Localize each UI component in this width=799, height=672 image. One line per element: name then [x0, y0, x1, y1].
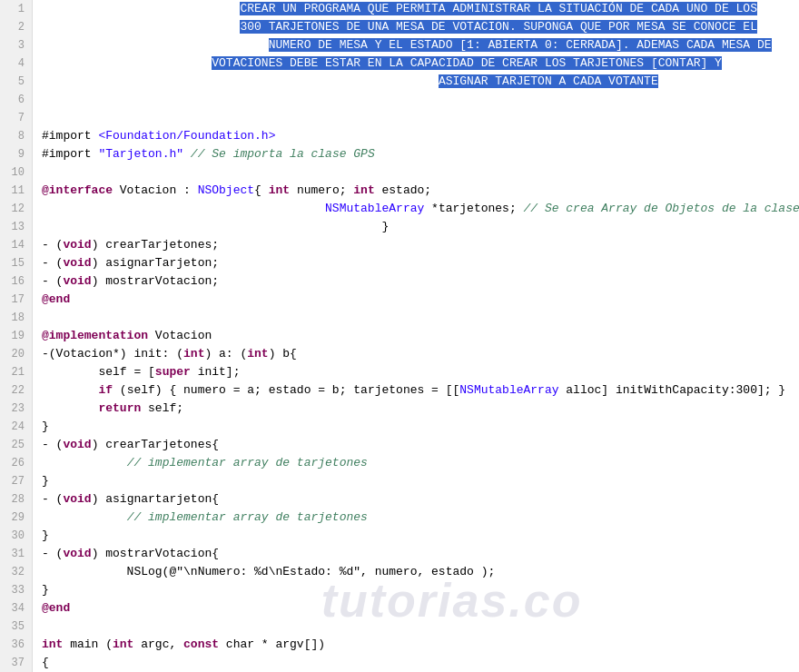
code-line: 300 TARJETONES DE UNA MESA DE VOTACION. …: [42, 18, 799, 36]
line-number: 17: [7, 291, 25, 309]
code-token: alloc] initWithCapacity:300]; }: [559, 383, 786, 397]
code-token: @end: [42, 292, 70, 306]
selected-code-text: ASIGNAR TARJETON A CADA VOTANTE: [439, 74, 658, 88]
line-number: 4: [7, 54, 25, 73]
code-token: void: [63, 547, 91, 560]
code-token: if: [98, 383, 113, 397]
line-number: 22: [7, 381, 25, 400]
code-line: - (void) crearTarjetones{: [42, 436, 799, 454]
code-token: void: [63, 438, 91, 451]
code-line: #import "Tarjeton.h" // Se importa la cl…: [42, 145, 799, 163]
code-token: [42, 456, 127, 469]
code-line: [42, 618, 799, 636]
line-number: 34: [7, 599, 25, 618]
line-number: 7: [7, 109, 25, 127]
code-token: Votacion: [148, 329, 212, 342]
code-token: init];: [191, 365, 241, 379]
line-number: 11: [7, 182, 25, 200]
code-token: [42, 510, 127, 524]
code-token: }: [42, 474, 49, 488]
code-token: "Tarjeton.h": [98, 147, 183, 161]
code-token: }: [42, 220, 389, 233]
code-line: - (void) asignarTarjeton;: [42, 254, 799, 272]
code-line: ASIGNAR TARJETON A CADA VOTANTE: [42, 73, 799, 91]
code-token: // Se importa la clase GPS: [191, 147, 375, 161]
line-number: 28: [7, 490, 25, 509]
line-number: 18: [7, 309, 25, 327]
code-token: ) asignartarjeton{: [92, 492, 219, 506]
selected-code-text: NUMERO DE MESA Y EL ESTADO [1: ABIERTA 0…: [269, 38, 772, 52]
code-token: #import: [42, 147, 98, 161]
code-line: @end: [42, 291, 799, 309]
line-number: 1: [7, 0, 25, 18]
code-token: int: [42, 637, 63, 651]
code-token: {: [254, 183, 269, 197]
code-line: return self;: [42, 400, 799, 418]
code-token: argc,: [133, 637, 183, 651]
code-token: void: [63, 492, 91, 506]
line-number: 32: [7, 563, 25, 581]
code-token: [42, 2, 240, 15]
code-token: super: [155, 365, 191, 379]
line-number: 8: [7, 127, 25, 145]
code-line: @implementation Votacion: [42, 327, 799, 345]
code-token: [42, 38, 269, 52]
line-number: 36: [7, 636, 25, 654]
code-line: - (void) mostrarVotacion;: [42, 272, 799, 291]
line-number: 2: [7, 18, 25, 36]
selected-code-text: CREAR UN PROGRAMA QUE PERMITA ADMINISTRA…: [240, 2, 757, 15]
code-token: void: [63, 256, 91, 270]
code-line: VOTACIONES DEBE ESTAR EN LA CAPACIDAD DE…: [42, 54, 799, 73]
code-line: {: [42, 654, 799, 672]
code-token: <Foundation/Foundation.h>: [98, 129, 275, 143]
code-token: int: [183, 347, 204, 361]
code-line: - (void) asignartarjeton{: [42, 490, 799, 509]
code-token: int: [353, 183, 374, 197]
code-token: ) crearTarjetones{: [92, 438, 219, 451]
code-token: void: [63, 274, 91, 288]
line-number: 10: [7, 163, 25, 182]
code-line: @end: [42, 599, 799, 618]
line-number: 37: [7, 654, 25, 672]
line-number: 12: [7, 200, 25, 218]
code-token: estado;: [375, 183, 431, 197]
code-line: [42, 163, 799, 182]
code-line: }: [42, 218, 799, 236]
code-token: - (: [42, 438, 63, 451]
code-line: }: [42, 472, 799, 490]
code-token: [42, 56, 212, 70]
code-token: - (: [42, 274, 63, 288]
code-token: ) asignarTarjeton;: [92, 256, 219, 270]
code-line: // implementar array de tarjetones: [42, 509, 799, 527]
code-line: CREAR UN PROGRAMA QUE PERMITA ADMINISTRA…: [42, 0, 799, 18]
code-line: NSMutableArray *tarjetones; // Se crea A…: [42, 200, 799, 218]
code-token: @implementation: [42, 329, 148, 342]
code-line: @interface Votacion : NSObject{ int nume…: [42, 182, 799, 200]
code-editor: 1234567891011121314151617181920212223242…: [0, 0, 799, 672]
code-token: void: [63, 238, 91, 252]
line-number: 14: [7, 236, 25, 254]
code-token: // implementar array de tarjetones: [127, 456, 368, 469]
code-token: (self) { numero = a; estado = b; tarjeto…: [113, 383, 459, 397]
code-area[interactable]: CREAR UN PROGRAMA QUE PERMITA ADMINISTRA…: [33, 0, 799, 672]
code-line: - (void) mostrarVotacion{: [42, 545, 799, 563]
code-line: [42, 309, 799, 327]
code-line: if (self) { numero = a; estado = b; tarj…: [42, 381, 799, 400]
line-number: 23: [7, 400, 25, 418]
code-token: NSMutableArray: [325, 202, 424, 215]
code-token: NSObject: [198, 183, 254, 197]
code-token: [42, 74, 439, 88]
code-line: #import <Foundation/Foundation.h>: [42, 127, 799, 145]
code-token: // implementar array de tarjetones: [127, 510, 368, 524]
code-token: NSLog(@"\nNumero: %d\nEstado: %d", numer…: [42, 565, 495, 578]
code-token: return: [98, 401, 141, 415]
code-line: [42, 91, 799, 109]
line-number: 6: [7, 91, 25, 109]
code-line: }: [42, 581, 799, 599]
line-number: 24: [7, 418, 25, 436]
code-line: }: [42, 527, 799, 545]
code-line: }: [42, 418, 799, 436]
code-token: [42, 383, 98, 397]
code-token: ) b{: [269, 347, 297, 361]
code-token: @end: [42, 601, 70, 615]
